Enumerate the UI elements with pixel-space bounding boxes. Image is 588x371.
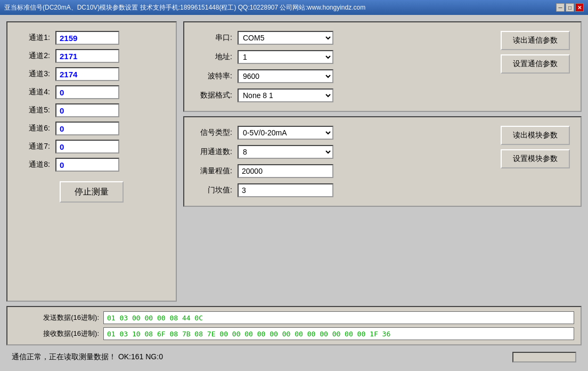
module-section: 信号类型: 0-5V/0-20mA 0-10V/4-20mA 用通道数: 8 1… — [183, 116, 582, 207]
channel-label-5: 通道5: — [18, 106, 50, 115]
recv-data-label: 接收数据(16进制): — [14, 329, 99, 338]
baud-row: 波特率: 9600 4800 19200 38400 — [195, 69, 490, 83]
channel-label-6: 通道6: — [18, 124, 50, 133]
channel-count-label: 用通道数: — [195, 147, 232, 157]
channel-input-7[interactable] — [55, 140, 119, 154]
com-port-row: 串口: COM5 COM1 COM2 COM3 COM4 — [195, 31, 490, 45]
channel-count-select[interactable]: 8 1 2 3 4 5 6 7 — [238, 145, 333, 159]
signal-type-label: 信号类型: — [195, 128, 232, 138]
channel-row-2: 通道2: — [18, 49, 165, 63]
channel-row-7: 通道7: — [18, 140, 165, 154]
channel-row-4: 通道4: — [18, 85, 165, 99]
status-text: 通信正常，正在读取测量数据！ OK:161 NG:0 — [12, 352, 163, 362]
channel-count-row: 用通道数: 8 1 2 3 4 5 6 7 — [195, 145, 490, 159]
send-data-label: 发送数据(16进制): — [14, 313, 99, 322]
channel-label-7: 通道7: — [18, 142, 50, 151]
status-bar: 通信正常，正在读取测量数据！ OK:161 NG:0 — [6, 350, 582, 365]
channel-input-3[interactable] — [55, 67, 119, 81]
com-label: 串口: — [195, 33, 232, 43]
left-panel: 通道1: 通道2: 通道3: 通道4: 通道5: 通道6: — [6, 21, 177, 302]
channel-input-8[interactable] — [55, 158, 119, 172]
threshold-input[interactable] — [238, 183, 333, 197]
channel-label-1: 通道1: — [18, 33, 50, 43]
baud-select[interactable]: 9600 4800 19200 38400 — [238, 69, 333, 83]
title-bar-left: 亚当标准信号(DC20mA、DC10V)模块参数设置 技术支持手机:189961… — [4, 3, 365, 12]
dataformat-label: 数据格式: — [195, 91, 232, 100]
main-content: 通道1: 通道2: 通道3: 通道4: 通道5: 通道6: — [0, 15, 588, 371]
comm-form: 串口: COM5 COM1 COM2 COM3 COM4 地址: 1 — [195, 31, 490, 102]
right-panel: 串口: COM5 COM1 COM2 COM3 COM4 地址: 1 — [183, 21, 582, 302]
channel-label-3: 通道3: — [18, 69, 50, 79]
threshold-row: 门坎值: — [195, 183, 490, 197]
set-comm-params-button[interactable]: 设置通信参数 — [501, 54, 570, 74]
channel-row-3: 通道3: — [18, 67, 165, 81]
module-form: 信号类型: 0-5V/0-20mA 0-10V/4-20mA 用通道数: 8 1… — [195, 126, 490, 197]
set-module-params-button[interactable]: 设置模块参数 — [501, 149, 570, 168]
status-progress — [512, 352, 576, 362]
channel-row-5: 通道5: — [18, 103, 165, 117]
channel-input-1[interactable] — [55, 31, 119, 45]
threshold-label: 门坎值: — [195, 186, 232, 195]
close-button[interactable]: ✕ — [575, 3, 584, 12]
comm-buttons: 读出通信参数 设置通信参数 — [501, 31, 570, 74]
recv-data-field[interactable]: 01 03 10 08 6F 08 7B 08 7E 00 00 00 00 0… — [103, 327, 574, 340]
dataformat-row: 数据格式: None 8 1 Even 8 1 Odd 8 1 — [195, 88, 490, 102]
comm-section: 串口: COM5 COM1 COM2 COM3 COM4 地址: 1 — [183, 21, 582, 112]
channel-input-6[interactable] — [55, 122, 119, 135]
send-data-field[interactable]: 01 03 00 00 00 08 44 0C — [103, 311, 574, 324]
read-module-params-button[interactable]: 读出模块参数 — [501, 126, 570, 145]
read-comm-params-button[interactable]: 读出通信参数 — [501, 31, 570, 50]
address-label: 地址: — [195, 52, 232, 62]
minimize-button[interactable]: ─ — [556, 3, 565, 12]
channel-label-8: 通道8: — [18, 160, 50, 170]
channel-label-2: 通道2: — [18, 51, 50, 61]
channel-input-4[interactable] — [55, 85, 119, 99]
signal-type-row: 信号类型: 0-5V/0-20mA 0-10V/4-20mA — [195, 126, 490, 140]
address-row: 地址: 1 2 3 — [195, 50, 490, 64]
channel-row-8: 通道8: — [18, 158, 165, 172]
channel-label-4: 通道4: — [18, 87, 50, 97]
recv-data-row: 接收数据(16进制): 01 03 10 08 6F 08 7B 08 7E 0… — [14, 327, 574, 340]
fullscale-input[interactable] — [238, 164, 333, 178]
dataformat-select[interactable]: None 8 1 Even 8 1 Odd 8 1 — [238, 88, 333, 102]
baud-label: 波特率: — [195, 71, 232, 81]
channel-input-2[interactable] — [55, 49, 119, 63]
com-select[interactable]: COM5 COM1 COM2 COM3 COM4 — [238, 31, 333, 45]
fullscale-label: 满量程值: — [195, 166, 232, 176]
title-bar-controls: ─ □ ✕ — [556, 3, 584, 12]
title-text: 亚当标准信号(DC20mA、DC10V)模块参数设置 技术支持手机:189961… — [4, 3, 365, 12]
title-bar: 亚当标准信号(DC20mA、DC10V)模块参数设置 技术支持手机:189961… — [0, 0, 588, 15]
signal-type-select[interactable]: 0-5V/0-20mA 0-10V/4-20mA — [238, 126, 333, 140]
channel-input-5[interactable] — [55, 103, 119, 117]
channel-row-1: 通道1: — [18, 31, 165, 45]
channel-row-6: 通道6: — [18, 122, 165, 135]
send-data-row: 发送数据(16进制): 01 03 00 00 00 08 44 0C — [14, 311, 574, 324]
bottom-data-section: 发送数据(16进制): 01 03 00 00 00 08 44 0C 接收数据… — [6, 306, 582, 345]
fullscale-row: 满量程值: — [195, 164, 490, 178]
stop-button[interactable]: 停止测量 — [60, 181, 124, 203]
maximize-button[interactable]: □ — [566, 3, 574, 12]
module-buttons: 读出模块参数 设置模块参数 — [501, 126, 570, 168]
address-select[interactable]: 1 2 3 — [238, 50, 333, 64]
top-section: 通道1: 通道2: 通道3: 通道4: 通道5: 通道6: — [6, 21, 582, 302]
